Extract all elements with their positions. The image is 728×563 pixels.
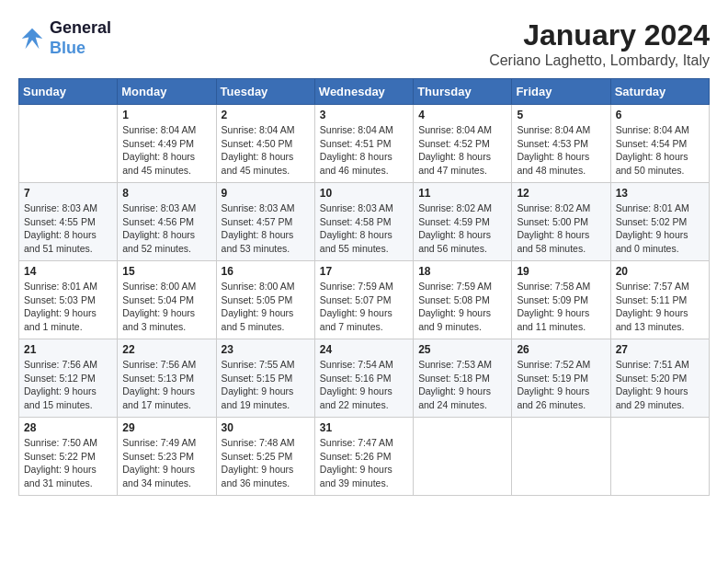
svg-marker-0 [22,28,43,49]
day-number: 29 [122,421,210,434]
daylight-text: Daylight: 8 hours and 50 minutes. [616,150,704,177]
daylight-text: Daylight: 9 hours and 0 minutes. [616,228,704,255]
daylight-text: Daylight: 8 hours and 52 minutes. [122,228,210,255]
sunset-text: Sunset: 5:25 PM [222,450,310,464]
calendar-cell: 8 Sunrise: 8:03 AM Sunset: 4:56 PM Dayli… [118,183,216,261]
daylight-text: Daylight: 8 hours and 55 minutes. [320,228,408,255]
sunset-text: Sunset: 4:50 PM [222,137,310,151]
day-info: Sunrise: 8:00 AM Sunset: 5:05 PM Dayligh… [222,280,310,334]
day-info: Sunrise: 8:03 AM Sunset: 4:56 PM Dayligh… [122,201,210,256]
calendar-cell [512,418,610,496]
day-info: Sunrise: 7:47 AM Sunset: 5:26 PM Dayligh… [320,436,408,490]
logo-text: General Blue [50,18,111,58]
daylight-text: Daylight: 8 hours and 45 minutes. [122,150,210,177]
calendar-cell: 20 Sunrise: 7:57 AM Sunset: 5:11 PM Dayl… [610,261,709,339]
calendar-cell: 14 Sunrise: 8:01 AM Sunset: 5:03 PM Dayl… [19,261,118,339]
day-number: 7 [24,187,112,200]
daylight-text: Daylight: 9 hours and 34 minutes. [122,463,210,489]
day-number: 5 [517,109,605,121]
sunrise-text: Sunrise: 7:49 AM [122,436,210,450]
sunrise-text: Sunrise: 7:53 AM [418,358,506,372]
day-info: Sunrise: 7:59 AM Sunset: 5:07 PM Dayligh… [320,280,408,334]
sunrise-text: Sunrise: 8:00 AM [122,280,210,293]
sunset-text: Sunset: 4:51 PM [320,137,408,151]
sunrise-text: Sunrise: 7:56 AM [24,358,112,372]
day-info: Sunrise: 8:04 AM Sunset: 4:52 PM Dayligh… [418,123,506,178]
day-number: 8 [122,187,210,200]
day-info: Sunrise: 8:01 AM Sunset: 5:02 PM Dayligh… [616,201,704,256]
daylight-text: Daylight: 9 hours and 15 minutes. [24,385,112,411]
header: General Blue January 2024 Ceriano Laghet… [18,18,710,69]
weekday-header: Tuesday [216,79,314,105]
page-subtitle: Ceriano Laghetto, Lombardy, Italy [489,52,710,69]
sunset-text: Sunset: 5:19 PM [517,372,605,385]
calendar-cell: 12 Sunrise: 8:02 AM Sunset: 5:00 PM Dayl… [512,183,610,261]
sunset-text: Sunset: 5:15 PM [222,372,310,385]
day-info: Sunrise: 7:56 AM Sunset: 5:12 PM Dayligh… [24,358,112,412]
calendar-cell: 24 Sunrise: 7:54 AM Sunset: 5:16 PM Dayl… [314,339,413,418]
sunrise-text: Sunrise: 8:03 AM [222,201,310,215]
day-number: 28 [24,421,112,434]
sunrise-text: Sunrise: 7:52 AM [517,358,605,372]
day-number: 12 [517,187,605,200]
sunrise-text: Sunrise: 8:02 AM [418,201,506,215]
calendar-cell: 22 Sunrise: 7:56 AM Sunset: 5:13 PM Dayl… [118,339,216,418]
calendar-cell [19,105,118,183]
weekday-header: Wednesday [314,79,413,105]
daylight-text: Daylight: 9 hours and 29 minutes. [616,385,704,411]
day-info: Sunrise: 7:48 AM Sunset: 5:25 PM Dayligh… [222,436,310,490]
calendar-cell: 29 Sunrise: 7:49 AM Sunset: 5:23 PM Dayl… [118,418,216,496]
daylight-text: Daylight: 9 hours and 3 minutes. [122,306,210,333]
sunrise-text: Sunrise: 7:59 AM [320,280,408,293]
daylight-text: Daylight: 9 hours and 39 minutes. [320,463,408,489]
sunrise-text: Sunrise: 8:03 AM [320,201,408,215]
sunset-text: Sunset: 5:26 PM [320,450,408,464]
sunset-text: Sunset: 5:12 PM [24,372,112,385]
sunrise-text: Sunrise: 7:50 AM [24,436,112,450]
sunrise-text: Sunrise: 7:58 AM [517,280,605,293]
calendar-week-row: 21 Sunrise: 7:56 AM Sunset: 5:12 PM Dayl… [19,339,710,418]
logo-icon [18,25,46,52]
sunrise-text: Sunrise: 8:03 AM [122,201,210,215]
sunset-text: Sunset: 4:58 PM [320,215,408,229]
calendar-cell: 4 Sunrise: 8:04 AM Sunset: 4:52 PM Dayli… [414,105,512,183]
weekday-header: Saturday [610,79,709,105]
daylight-text: Daylight: 9 hours and 9 minutes. [418,306,506,333]
daylight-text: Daylight: 9 hours and 17 minutes. [122,385,210,411]
day-info: Sunrise: 8:04 AM Sunset: 4:54 PM Dayligh… [616,123,704,178]
daylight-text: Daylight: 8 hours and 45 minutes. [222,150,310,177]
calendar-cell: 25 Sunrise: 7:53 AM Sunset: 5:18 PM Dayl… [414,339,512,418]
calendar-table: SundayMondayTuesdayWednesdayThursdayFrid… [18,78,710,496]
sunset-text: Sunset: 5:05 PM [222,293,310,307]
sunset-text: Sunset: 4:57 PM [222,215,310,229]
day-number: 10 [320,187,408,200]
day-number: 24 [320,343,408,356]
sunrise-text: Sunrise: 7:51 AM [616,358,704,372]
daylight-text: Daylight: 8 hours and 48 minutes. [517,150,605,177]
daylight-text: Daylight: 9 hours and 31 minutes. [24,463,112,489]
sunset-text: Sunset: 4:54 PM [616,137,704,151]
day-number: 6 [616,109,704,121]
daylight-text: Daylight: 8 hours and 53 minutes. [222,228,310,255]
weekday-header: Friday [512,79,610,105]
day-info: Sunrise: 7:58 AM Sunset: 5:09 PM Dayligh… [517,280,605,334]
day-number: 3 [320,109,408,121]
day-number: 30 [222,421,310,434]
day-info: Sunrise: 7:54 AM Sunset: 5:16 PM Dayligh… [320,358,408,412]
sunset-text: Sunset: 5:20 PM [616,372,704,385]
sunset-text: Sunset: 4:56 PM [122,215,210,229]
sunrise-text: Sunrise: 8:04 AM [122,123,210,137]
day-info: Sunrise: 7:50 AM Sunset: 5:22 PM Dayligh… [24,436,112,490]
day-number: 18 [418,265,506,278]
day-info: Sunrise: 8:02 AM Sunset: 5:00 PM Dayligh… [517,201,605,256]
day-info: Sunrise: 8:03 AM Sunset: 4:55 PM Dayligh… [24,201,112,256]
sunrise-text: Sunrise: 7:48 AM [222,436,310,450]
calendar-week-row: 1 Sunrise: 8:04 AM Sunset: 4:49 PM Dayli… [19,105,710,183]
sunrise-text: Sunrise: 8:01 AM [24,280,112,293]
calendar-cell: 3 Sunrise: 8:04 AM Sunset: 4:51 PM Dayli… [314,105,413,183]
sunrise-text: Sunrise: 7:59 AM [418,280,506,293]
daylight-text: Daylight: 8 hours and 56 minutes. [418,228,506,255]
calendar-cell: 11 Sunrise: 8:02 AM Sunset: 4:59 PM Dayl… [414,183,512,261]
calendar-header: SundayMondayTuesdayWednesdayThursdayFrid… [19,79,710,105]
calendar-cell: 17 Sunrise: 7:59 AM Sunset: 5:07 PM Dayl… [314,261,413,339]
